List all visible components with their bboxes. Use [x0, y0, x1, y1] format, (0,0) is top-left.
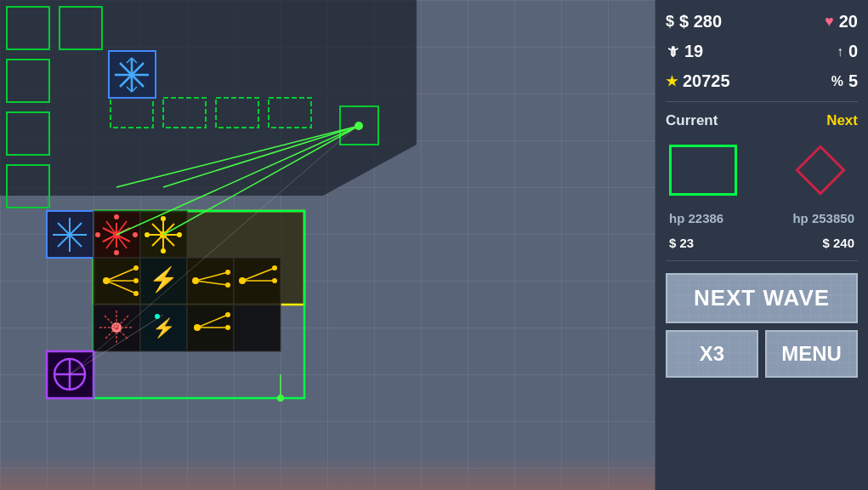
sidebar: $ $ 280 ♥ 20 🗡 19 ↑ 0 ★ 20725 % 5 Curren…	[655, 0, 868, 490]
next-enemy-box	[786, 145, 854, 196]
svg-point-43	[161, 216, 166, 221]
current-next-labels: Current Next	[666, 111, 858, 131]
percent-icon: %	[831, 74, 843, 89]
game-svg: ⚡ ⚡	[0, 0, 655, 490]
sword-arrow-row: 🗡 19 ↑ 0	[666, 40, 858, 63]
next-label: Next	[826, 112, 858, 129]
star-stat: ★ 20725	[666, 71, 730, 91]
svg-text:⚡: ⚡	[149, 265, 179, 293]
money-hp-row: $ $ 280 ♥ 20	[666, 10, 858, 33]
svg-rect-0	[7, 7, 49, 49]
svg-point-62	[225, 282, 230, 288]
current-hp-text: hp 22386	[669, 211, 723, 225]
svg-point-46	[177, 232, 182, 237]
svg-point-68	[272, 278, 277, 283]
svg-rect-4	[7, 165, 49, 208]
next-hp-text: hp 253850	[792, 211, 854, 225]
next-cost-value: $ 240	[822, 236, 854, 250]
current-hp-value: 22386	[689, 211, 724, 225]
svg-point-54	[133, 291, 139, 296]
sword-stat: 🗡 19	[666, 42, 703, 61]
x3-button[interactable]: X3	[666, 330, 758, 378]
next-enemy-diamond	[795, 145, 845, 195]
percent-stat: % 5	[831, 71, 858, 91]
next-hp-value: 253850	[812, 211, 854, 225]
svg-point-67	[272, 265, 277, 271]
game-area: ⚡ ⚡	[0, 0, 655, 490]
svg-point-34	[114, 250, 119, 255]
svg-line-91	[116, 126, 359, 187]
current-label: Current	[666, 112, 718, 129]
svg-rect-7	[216, 98, 258, 128]
svg-rect-6	[163, 98, 206, 128]
hp-value: 20	[839, 12, 858, 31]
percent-value: 5	[848, 71, 858, 91]
svg-point-33	[114, 214, 119, 219]
svg-rect-8	[269, 98, 311, 128]
money-value: $ 280	[679, 12, 722, 31]
svg-point-44	[161, 248, 166, 254]
hp-stat: ♥ 20	[825, 12, 858, 31]
arrow-stat: ↑ 0	[837, 42, 858, 61]
current-cost-value: $ 23	[669, 236, 694, 250]
svg-point-52	[133, 265, 139, 271]
bottom-buttons: X3 MENU	[666, 330, 858, 378]
next-wave-button[interactable]: NEXT WAVE	[666, 273, 858, 323]
hp-row: hp 22386 hp 253850	[666, 209, 858, 227]
current-enemy-box	[669, 145, 737, 196]
sword-value: 19	[684, 42, 703, 61]
svg-rect-1	[60, 7, 102, 49]
arrow-icon: ↑	[837, 44, 843, 60]
dollar-icon: $	[666, 13, 674, 31]
enemy-display	[666, 138, 858, 202]
svg-point-45	[145, 232, 150, 237]
svg-rect-3	[7, 112, 49, 155]
menu-button[interactable]: MENU	[765, 330, 858, 378]
bottom-glow	[0, 456, 655, 490]
star-icon: ★	[666, 73, 678, 89]
svg-line-93	[163, 126, 359, 187]
divider-1	[666, 101, 858, 102]
svg-point-35	[95, 232, 100, 237]
arrow-value: 0	[848, 42, 858, 61]
svg-point-61	[225, 270, 230, 275]
money-stat: $ $ 280	[666, 12, 722, 31]
svg-rect-84	[234, 305, 281, 351]
svg-point-82	[225, 312, 230, 317]
svg-point-36	[133, 232, 138, 237]
svg-point-95	[277, 395, 284, 402]
cost-row: $ 23 $ 240	[666, 234, 858, 252]
star-value: 20725	[683, 71, 730, 91]
svg-point-83	[225, 325, 230, 330]
svg-point-53	[133, 278, 139, 283]
divider-2	[666, 260, 858, 261]
sword-icon: 🗡	[666, 44, 679, 60]
svg-rect-5	[111, 98, 153, 128]
star-percent-row: ★ 20725 % 5	[666, 70, 858, 93]
svg-rect-2	[7, 60, 49, 102]
heart-icon: ♥	[825, 13, 834, 31]
